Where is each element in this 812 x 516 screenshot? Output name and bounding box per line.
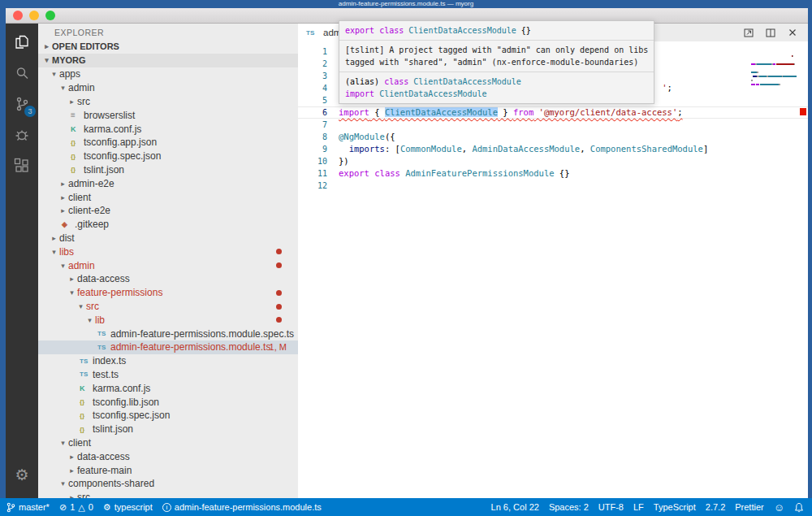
tree-item-tsconfig.app.json[interactable]: {}tsconfig.app.json: [38, 136, 298, 150]
code-line-11[interactable]: 11export class AdminFeaturePermissionsMo…: [298, 167, 808, 180]
chevron-right-icon[interactable]: ▸: [58, 193, 68, 202]
search-icon[interactable]: [6, 58, 38, 89]
tree-item-src[interactable]: ▾src: [38, 300, 298, 314]
tree-item-tslint.json[interactable]: {}tslint.json: [38, 423, 298, 436]
chevron-down-icon[interactable]: ▾: [49, 70, 59, 78]
tree-item-libs[interactable]: ▾libs: [38, 245, 298, 258]
json-file-icon: {}: [71, 153, 84, 160]
code-line-7[interactable]: 7: [298, 119, 808, 131]
chevron-right-icon[interactable]: ▸: [67, 466, 77, 475]
close-window-button[interactable]: [13, 11, 23, 20]
tree-item-karma.conf.js[interactable]: Kkarma.conf.js: [38, 122, 298, 136]
tree-item-tsconfig.spec.json[interactable]: {}tsconfig.spec.json: [38, 409, 298, 423]
tree-item-apps[interactable]: ▾apps: [38, 67, 298, 81]
problems-indicator[interactable]: ⊘ 1 △ 0: [59, 502, 93, 513]
tree-item-tslint.json[interactable]: {}tslint.json: [38, 163, 298, 177]
tree-item-tsconfig.lib.json[interactable]: {}tsconfig.lib.json: [38, 395, 298, 409]
hover-alias-line: (alias) class ClientDataAccessModule: [345, 76, 648, 88]
open-changes-icon[interactable]: [743, 27, 754, 38]
chevron-right-icon[interactable]: ▸: [67, 275, 77, 283]
tree-item-feature-main[interactable]: ▸feature-main: [38, 463, 298, 477]
overview-ruler[interactable]: [798, 24, 808, 498]
tree-item-admin-feature-permissions.module.ts[interactable]: TSadmin-feature-permissions.module.ts1, …: [38, 340, 298, 354]
tree-item-tsconfig.spec.json[interactable]: {}tsconfig.spec.json: [38, 150, 298, 163]
code-token: ClientDataAccessModule: [408, 26, 516, 35]
tree-item-browserslist[interactable]: ≡browserslist: [38, 108, 298, 122]
tree-item-data-access[interactable]: ▸data-access: [38, 449, 298, 463]
tree-item-.gitkeep[interactable]: ◈.gitkeep: [38, 218, 298, 232]
chevron-down-icon[interactable]: ▾: [58, 84, 68, 92]
tree-item-admin-feature-permissions.module.spec.ts[interactable]: TSadmin-feature-permissions.module.spec.…: [38, 327, 298, 340]
ts-version[interactable]: 2.7.2: [706, 502, 725, 512]
chevron-right-icon[interactable]: ▸: [49, 234, 59, 242]
debug-icon[interactable]: [6, 119, 38, 150]
code-line-9[interactable]: 9 imports: [CommonModule, AdminDataAcces…: [298, 143, 808, 155]
zoom-window-button[interactable]: [45, 11, 55, 20]
tree-item-dist[interactable]: ▸dist: [38, 232, 298, 245]
ts-file-icon: TS: [306, 29, 319, 37]
tree-item-client[interactable]: ▸client: [38, 190, 298, 204]
tree-item-index.ts[interactable]: TSindex.ts: [38, 354, 298, 368]
tree-item-data-access[interactable]: ▸data-access: [38, 272, 298, 286]
tree-item-admin[interactable]: ▾admin: [38, 258, 298, 272]
tree-item-admin-e2e[interactable]: ▸admin-e2e: [38, 176, 298, 190]
tree-item-components-shared[interactable]: ▾components-shared: [38, 477, 298, 491]
code-line-6[interactable]: 6import { ClientDataAccessModule } from …: [298, 106, 808, 119]
file-info-indicator[interactable]: i admin-feature-permissions.module.ts: [162, 502, 322, 512]
feedback-smiley-icon[interactable]: ☺: [774, 502, 784, 513]
code-line-12[interactable]: 12: [298, 180, 808, 192]
chevron-down-icon[interactable]: ▾: [58, 479, 68, 488]
ts-file-icon: TS: [80, 358, 93, 365]
activity-bar: 3 ⚙: [6, 24, 38, 498]
typescript-status[interactable]: ⚙ typescript: [103, 502, 153, 513]
chevron-right-icon[interactable]: ▸: [67, 98, 77, 106]
notifications-bell-icon[interactable]: [794, 502, 804, 513]
code-token: '@myorg/client/data-access': [539, 107, 678, 117]
chevron-down-icon[interactable]: ▾: [84, 316, 95, 324]
git-branch-indicator[interactable]: master*: [6, 502, 50, 513]
code-line-8[interactable]: 8@NgModule({: [298, 131, 808, 143]
error-dot-badge: [276, 304, 282, 310]
indentation[interactable]: Spaces: 2: [549, 502, 589, 512]
settings-gear-icon[interactable]: ⚙: [6, 459, 38, 490]
chevron-down-icon[interactable]: ▾: [76, 302, 86, 310]
code-text: export class AdminFeaturePermissionsModu…: [339, 167, 570, 180]
chevron-right-icon[interactable]: ▸: [58, 180, 68, 188]
tree-item-test.ts[interactable]: TStest.ts: [38, 368, 298, 382]
tree-item-admin[interactable]: ▾admin: [38, 81, 298, 95]
tree-item-feature-permissions[interactable]: ▾feature-permissions: [38, 286, 298, 300]
minimap-line: [751, 63, 797, 66]
source-control-icon[interactable]: 3: [6, 89, 38, 119]
tree-item-client[interactable]: ▾client: [38, 436, 298, 450]
code-token: from: [513, 107, 533, 117]
chevron-down-icon[interactable]: ▾: [58, 439, 68, 447]
tree-item-lib[interactable]: ▾lib: [38, 313, 298, 327]
split-editor-icon[interactable]: [765, 27, 776, 38]
extensions-icon[interactable]: [6, 150, 38, 181]
prettier-status[interactable]: Prettier: [735, 502, 763, 512]
close-editor-icon[interactable]: [787, 27, 798, 38]
workspace-root-header[interactable]: ▾ MYORG: [38, 54, 298, 67]
encoding[interactable]: UTF-8: [598, 502, 624, 512]
chevron-right-icon[interactable]: ▸: [58, 206, 68, 215]
tree-item-src[interactable]: ▸src: [38, 95, 298, 109]
tree-item-karma.conf.js[interactable]: Kkarma.conf.js: [38, 381, 298, 395]
cursor-position[interactable]: Ln 6, Col 22: [491, 502, 539, 512]
chevron-right-icon[interactable]: ▸: [67, 453, 77, 461]
hover-popup: export class ClientDataAccessModule {} […: [339, 20, 654, 104]
explorer-icon[interactable]: [6, 27, 38, 58]
code-token: CommonModule: [400, 144, 462, 154]
chevron-right-icon[interactable]: ▸: [67, 493, 77, 498]
chevron-down-icon[interactable]: ▾: [67, 288, 77, 297]
code-line-10[interactable]: 10}): [298, 155, 808, 167]
code-token: AdminDataAccessModule: [472, 144, 580, 154]
eol-sequence[interactable]: LF: [633, 502, 644, 512]
chevron-down-icon[interactable]: ▾: [49, 248, 59, 256]
tree-item-client-e2e[interactable]: ▸client-e2e: [38, 204, 298, 218]
minimize-window-button[interactable]: [29, 11, 39, 20]
minimap[interactable]: [751, 43, 797, 92]
chevron-down-icon[interactable]: ▾: [58, 262, 68, 270]
open-editors-header[interactable]: ▸ OPEN EDITORS: [38, 40, 298, 54]
language-mode[interactable]: TypeScript: [654, 502, 696, 512]
tree-item-src[interactable]: ▸src: [38, 491, 298, 498]
